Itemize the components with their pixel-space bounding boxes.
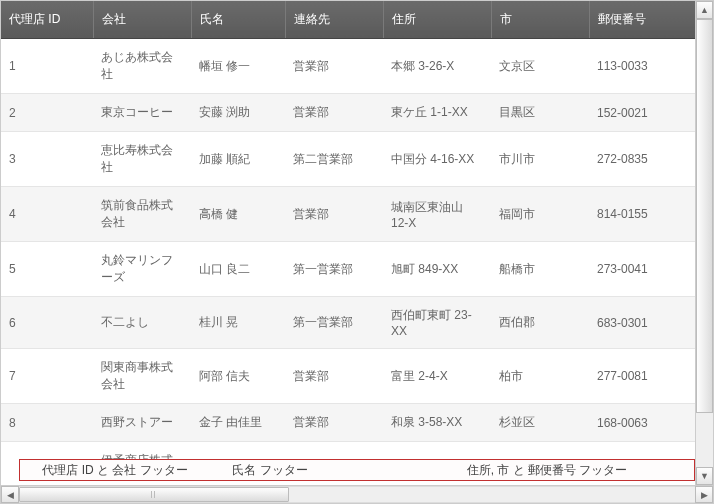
cell-city: 柏市 xyxy=(491,349,589,404)
horizontal-scrollbar[interactable]: ◀ ▶ xyxy=(1,485,713,503)
scroll-down-icon[interactable]: ▼ xyxy=(696,467,713,485)
vertical-scrollbar[interactable]: ▲ ▼ xyxy=(695,1,713,485)
footer-address-city-postal: 住所, 市 と 郵便番号 フッター xyxy=(330,462,694,479)
cell-address: 城南区東油山 12-X xyxy=(383,187,491,242)
cell-name: 阿部 信夫 xyxy=(191,349,285,404)
cell-company: 西野ストアー xyxy=(93,404,191,442)
cell-address: 東ケ丘 1-1-XX xyxy=(383,94,491,132)
cell-company: 丸鈴マリンフーズ xyxy=(93,242,191,297)
cell-city: 目黒区 xyxy=(491,94,589,132)
footer-bar: 代理店 ID と 会社 フッター 氏名 フッター 住所, 市 と 郵便番号 フッ… xyxy=(19,459,695,481)
cell-name: 桂川 晃 xyxy=(191,297,285,349)
cell-contact: 第一営業部 xyxy=(285,297,383,349)
cell-address: 中国分 4-16-XX xyxy=(383,132,491,187)
hscroll-thumb[interactable] xyxy=(19,487,289,502)
cell-id: 3 xyxy=(1,132,93,187)
cell-name: 幡垣 修一 xyxy=(191,39,285,94)
table-row[interactable]: 7関東商事株式会社阿部 信夫営業部富里 2-4-X柏市277-0081 xyxy=(1,349,713,404)
cell-address: 旭町 849-XX xyxy=(383,242,491,297)
cell-name: 山口 良二 xyxy=(191,242,285,297)
hscroll-track[interactable] xyxy=(19,486,695,503)
cell-company: 不二よし xyxy=(93,297,191,349)
cell-company: あじあ株式会社 xyxy=(93,39,191,94)
scroll-up-icon[interactable]: ▲ xyxy=(696,1,713,19)
cell-address: 富里 2-4-X xyxy=(383,349,491,404)
cell-contact: 営業部 xyxy=(285,404,383,442)
table-row[interactable]: 2東京コーヒー安藤 渕助営業部東ケ丘 1-1-XX目黒区152-0021 xyxy=(1,94,713,132)
footer-id-company: 代理店 ID と 会社 フッター xyxy=(20,462,210,479)
cell-id: 1 xyxy=(1,39,93,94)
grid-viewport: 代理店 ID 会社 氏名 連絡先 住所 市 郵便番号 1あじあ株式会社幡垣 修一… xyxy=(1,1,713,463)
cell-contact: 営業部 xyxy=(285,349,383,404)
footer-name: 氏名 フッター xyxy=(210,462,330,479)
cell-name: 金子 由佳里 xyxy=(191,404,285,442)
table-body: 1あじあ株式会社幡垣 修一営業部本郷 3-26-X文京区113-00332東京コ… xyxy=(1,39,713,464)
data-table: 代理店 ID 会社 氏名 連絡先 住所 市 郵便番号 1あじあ株式会社幡垣 修一… xyxy=(1,1,713,463)
cell-contact: 営業部 xyxy=(285,39,383,94)
cell-company: 筑前食品株式会社 xyxy=(93,187,191,242)
cell-id: 8 xyxy=(1,404,93,442)
header-contact[interactable]: 連絡先 xyxy=(285,1,383,39)
cell-address: 本郷 3-26-X xyxy=(383,39,491,94)
data-grid-window: 代理店 ID 会社 氏名 連絡先 住所 市 郵便番号 1あじあ株式会社幡垣 修一… xyxy=(0,0,714,504)
cell-city: 船橋市 xyxy=(491,242,589,297)
table-row[interactable]: 6不二よし桂川 晃第一営業部西伯町東町 23-XX西伯郡683-0301 xyxy=(1,297,713,349)
cell-id: 2 xyxy=(1,94,93,132)
cell-id: 4 xyxy=(1,187,93,242)
header-address[interactable]: 住所 xyxy=(383,1,491,39)
cell-city: 文京区 xyxy=(491,39,589,94)
table-row[interactable]: 1あじあ株式会社幡垣 修一営業部本郷 3-26-X文京区113-0033 xyxy=(1,39,713,94)
header-name[interactable]: 氏名 xyxy=(191,1,285,39)
cell-name: 加藤 順紀 xyxy=(191,132,285,187)
header-company[interactable]: 会社 xyxy=(93,1,191,39)
cell-address: 西伯町東町 23-XX xyxy=(383,297,491,349)
cell-id: 6 xyxy=(1,297,93,349)
cell-contact: 第二営業部 xyxy=(285,132,383,187)
scroll-left-icon[interactable]: ◀ xyxy=(1,486,19,503)
table-row[interactable]: 4筑前食品株式会社高橋 健営業部城南区東油山 12-X福岡市814-0155 xyxy=(1,187,713,242)
table-row[interactable]: 8西野ストアー金子 由佳里営業部和泉 3-58-XX杉並区168-0063 xyxy=(1,404,713,442)
cell-city: 西伯郡 xyxy=(491,297,589,349)
cell-name: 安藤 渕助 xyxy=(191,94,285,132)
cell-company: 東京コーヒー xyxy=(93,94,191,132)
header-id[interactable]: 代理店 ID xyxy=(1,1,93,39)
cell-company: 恵比寿株式会社 xyxy=(93,132,191,187)
cell-contact: 営業部 xyxy=(285,94,383,132)
scroll-right-icon[interactable]: ▶ xyxy=(695,486,713,503)
cell-company: 関東商事株式会社 xyxy=(93,349,191,404)
cell-name: 高橋 健 xyxy=(191,187,285,242)
header-row: 代理店 ID 会社 氏名 連絡先 住所 市 郵便番号 xyxy=(1,1,713,39)
cell-city: 市川市 xyxy=(491,132,589,187)
cell-id: 7 xyxy=(1,349,93,404)
cell-city: 杉並区 xyxy=(491,404,589,442)
cell-address: 和泉 3-58-XX xyxy=(383,404,491,442)
vscroll-track[interactable] xyxy=(696,19,713,467)
cell-city: 福岡市 xyxy=(491,187,589,242)
cell-contact: 営業部 xyxy=(285,187,383,242)
vscroll-thumb[interactable] xyxy=(696,19,713,413)
header-city[interactable]: 市 xyxy=(491,1,589,39)
cell-contact: 第一営業部 xyxy=(285,242,383,297)
cell-id: 5 xyxy=(1,242,93,297)
table-row[interactable]: 5丸鈴マリンフーズ山口 良二第一営業部旭町 849-XX船橋市273-0041 xyxy=(1,242,713,297)
table-row[interactable]: 3恵比寿株式会社加藤 順紀第二営業部中国分 4-16-XX市川市272-0835 xyxy=(1,132,713,187)
